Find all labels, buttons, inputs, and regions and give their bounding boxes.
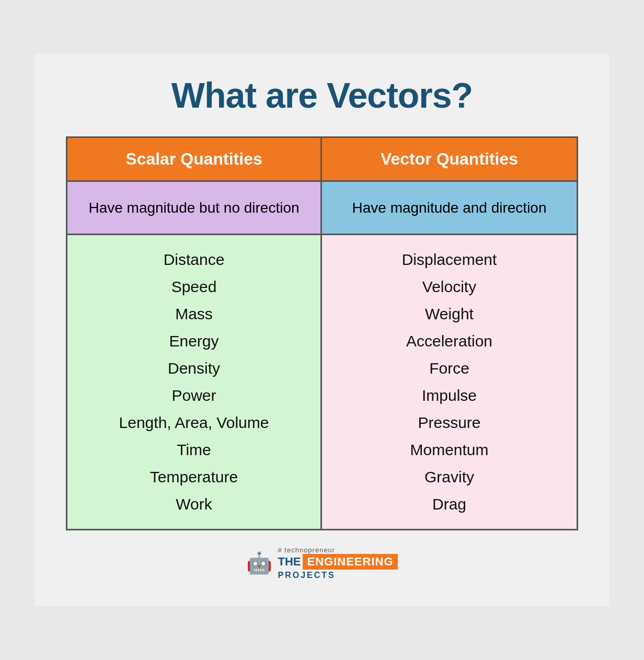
description-row: Have magnitude but no direction Have mag… xyxy=(67,180,577,234)
brand-name-row: THE ENGINEERING xyxy=(278,554,397,570)
main-title: What are Vectors? xyxy=(171,75,473,115)
engineering-label: ENGINEERING xyxy=(303,554,397,570)
brand-block: # technopreneur THE ENGINEERING PROJECTS xyxy=(278,546,397,580)
comparison-table: Scalar Quantities Vector Quantities Have… xyxy=(66,136,578,530)
list-item: Momentum xyxy=(410,441,488,459)
projects-label: PROJECTS xyxy=(278,571,335,580)
list-item: Length, Area, Volume xyxy=(119,414,269,432)
items-row: DistanceSpeedMassEnergyDensityPowerLengt… xyxy=(67,234,577,529)
list-item: Mass xyxy=(175,305,213,323)
page-wrapper: What are Vectors? Scalar Quantities Vect… xyxy=(34,54,610,606)
list-item: Distance xyxy=(164,251,225,269)
footer: 🤖 # technopreneur THE ENGINEERING PROJEC… xyxy=(246,546,397,580)
list-item: Force xyxy=(429,360,469,377)
vector-items-cell: DisplacementVelocityWeightAccelerationFo… xyxy=(322,235,577,529)
hashtag-text: # technopreneur xyxy=(278,546,335,554)
list-item: Density xyxy=(168,360,220,377)
list-item: Energy xyxy=(169,332,218,350)
scalar-header: Scalar Quantities xyxy=(67,138,322,180)
list-item: Time xyxy=(177,441,211,459)
list-item: Impulse xyxy=(422,387,477,404)
list-item: Weight xyxy=(425,305,474,323)
list-item: Acceleration xyxy=(406,332,492,350)
vector-description: Have magnitude and direction xyxy=(322,182,577,234)
list-item: Pressure xyxy=(418,414,480,432)
the-label: THE xyxy=(278,555,301,569)
vector-header: Vector Quantities xyxy=(322,138,577,180)
scalar-description: Have magnitude but no direction xyxy=(67,182,322,234)
list-item: Drag xyxy=(432,495,466,513)
list-item: Velocity xyxy=(422,278,476,296)
list-item: Gravity xyxy=(424,468,474,486)
scalar-items-cell: DistanceSpeedMassEnergyDensityPowerLengt… xyxy=(67,235,322,529)
table-header: Scalar Quantities Vector Quantities xyxy=(67,138,577,180)
list-item: Displacement xyxy=(402,251,497,269)
list-item: Temperature xyxy=(150,468,238,486)
robot-icon: 🤖 xyxy=(246,551,272,575)
list-item: Speed xyxy=(171,278,217,296)
list-item: Power xyxy=(171,387,216,404)
list-item: Work xyxy=(176,495,212,513)
